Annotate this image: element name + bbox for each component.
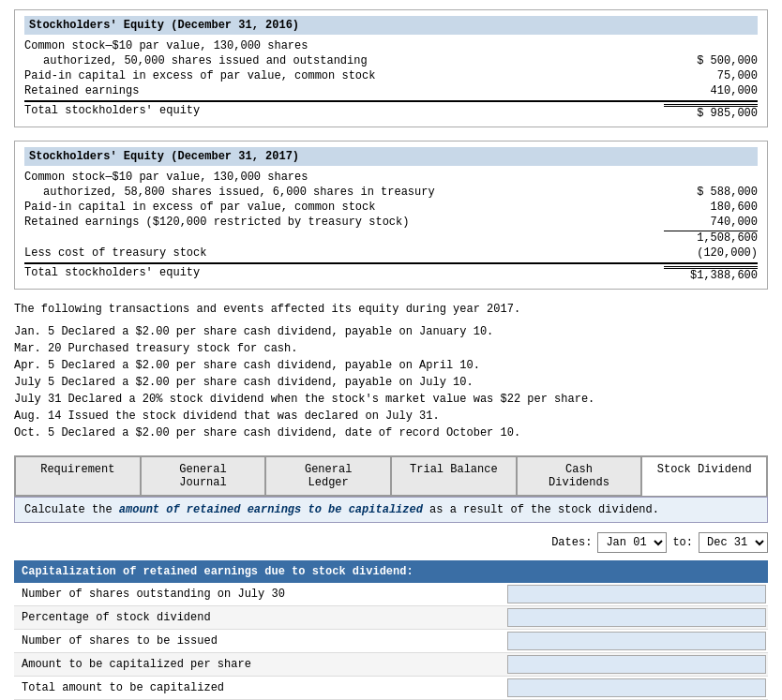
equity-amount: $ 588,000 [664, 186, 758, 199]
equity-amount: 180,600 [664, 201, 758, 214]
table-row: Number of shares outstanding on July 30 [14, 583, 768, 606]
instruction-text-before: Calculate the [24, 503, 119, 516]
equity-label: Common stock—$10 par value, 130,000 shar… [24, 171, 664, 184]
cap-row-label: Total amount to be capitalized [14, 677, 505, 700]
date-to-select[interactable]: Dec 31 [699, 532, 768, 553]
cap-input-percentage[interactable] [507, 608, 766, 627]
equity-2016-block: Stockholders' Equity (December 31, 2016)… [14, 9, 768, 127]
cap-input-shares-outstanding[interactable] [507, 585, 766, 603]
instruction-text-after: as a result of the stock dividend. [429, 503, 659, 516]
cap-table: Capitalization of retained earnings due … [14, 560, 768, 700]
equity-label: Common stock—$10 par value, 130,000 shar… [24, 39, 664, 52]
equity-2017-header: Stockholders' Equity (December 31, 2017) [24, 147, 758, 166]
instruction-bar: Calculate the amount of retained earning… [14, 497, 768, 523]
equity-row: Retained earnings 410,000 [24, 83, 758, 98]
equity-label: Retained earnings [24, 84, 664, 97]
equity-label: Paid-in capital in excess of par value, … [24, 69, 664, 82]
equity-row: 1,508,600 [24, 230, 758, 246]
equity-row: Retained earnings ($120,000 restricted b… [24, 215, 758, 230]
cap-table-header: Capitalization of retained earnings due … [14, 560, 768, 583]
cap-row-label: Amount to be capitalized per share [14, 653, 505, 677]
equity-total-label: Total stockholders' equity [24, 266, 664, 282]
equity-amount: (120,000) [664, 246, 758, 260]
equity-2017-block: Stockholders' Equity (December 31, 2017)… [14, 141, 768, 290]
equity-label: Retained earnings ($120,000 restricted b… [24, 216, 664, 229]
cap-input-shares-issued[interactable] [507, 632, 766, 650]
tab-trial-balance[interactable]: Trial Balance [391, 456, 517, 496]
transactions-intro: The following transactions and events af… [14, 303, 768, 316]
equity-label: authorized, 50,000 shares issued and out… [24, 54, 664, 67]
cap-row-label: Number of shares to be issued [14, 630, 505, 653]
equity-row: authorized, 50,000 shares issued and out… [24, 53, 758, 68]
dates-to-label: to: [672, 536, 693, 549]
tab-general-ledger[interactable]: GeneralLedger [265, 456, 391, 496]
tab-stock-dividend[interactable]: Stock Dividend [641, 456, 767, 496]
date-from-select[interactable]: Jan 01 [597, 532, 667, 553]
tab-general-journal[interactable]: GeneralJournal [141, 456, 266, 496]
equity-total-row: Total stockholders' equity $ 985,000 [24, 100, 758, 121]
transaction-item: July 31 Declared a 20% stock dividend wh… [14, 391, 768, 408]
table-row: Total amount to be capitalized [14, 677, 768, 700]
cap-input-total-amount[interactable] [507, 678, 766, 697]
equity-total-row: Total stockholders' equity $1,388,600 [24, 262, 758, 283]
instruction-emphasis: amount of retained earnings to be capita… [119, 503, 423, 516]
dates-label: Dates: [551, 536, 592, 549]
equity-total-label: Total stockholders' equity [24, 104, 664, 120]
transaction-item: Jan. 5 Declared a $2.00 per share cash d… [14, 323, 768, 340]
tab-requirement[interactable]: Requirement [15, 456, 141, 496]
dates-row: Dates: Jan 01 to: Dec 31 [14, 532, 768, 553]
transaction-item: Oct. 5 Declared a $2.00 per share cash d… [14, 424, 768, 441]
equity-amount: 740,000 [664, 216, 758, 229]
transactions-list: Jan. 5 Declared a $2.00 per share cash d… [14, 323, 768, 441]
equity-row: Common stock—$10 par value, 130,000 shar… [24, 38, 758, 53]
table-row: Number of shares to be issued [14, 630, 768, 653]
cap-row-input-cell [505, 653, 768, 677]
equity-total-amount: $1,388,600 [664, 266, 758, 282]
table-row: Amount to be capitalized per share [14, 653, 768, 677]
equity-label: Less cost of treasury stock [24, 246, 664, 260]
equity-amount: 1,508,600 [664, 231, 758, 245]
equity-amount: 410,000 [664, 84, 758, 97]
tabs-container: Requirement GeneralJournal GeneralLedger… [14, 455, 768, 497]
equity-row: Paid-in capital in excess of par value, … [24, 200, 758, 215]
cap-row-input-cell [505, 677, 768, 700]
cap-table-header-row: Capitalization of retained earnings due … [14, 560, 768, 583]
equity-2016-header: Stockholders' Equity (December 31, 2016) [24, 16, 758, 35]
cap-row-input-cell [505, 630, 768, 653]
table-row: Percentage of stock dividend [14, 606, 768, 630]
equity-label [24, 231, 664, 245]
cap-row-label: Number of shares outstanding on July 30 [14, 583, 505, 606]
equity-row: Paid-in capital in excess of par value, … [24, 68, 758, 83]
transaction-item: Mar. 20 Purchased treasury stock for cas… [14, 340, 768, 357]
cap-row-input-cell [505, 583, 768, 606]
equity-row: Less cost of treasury stock (120,000) [24, 246, 758, 261]
transaction-item: Aug. 14 Issued the stock dividend that w… [14, 408, 768, 424]
tab-cash-dividends[interactable]: CashDividends [517, 456, 642, 496]
cap-row-label: Percentage of stock dividend [14, 606, 505, 630]
equity-amount [664, 171, 758, 184]
transaction-item: July 5 Declared a $2.00 per share cash d… [14, 374, 768, 391]
equity-amount [664, 39, 758, 52]
equity-row: Common stock—$10 par value, 130,000 shar… [24, 170, 758, 185]
equity-label: Paid-in capital in excess of par value, … [24, 201, 664, 214]
equity-total-amount: $ 985,000 [664, 104, 758, 120]
cap-input-amount-per-share[interactable] [507, 655, 766, 674]
cap-row-input-cell [505, 606, 768, 630]
equity-amount: $ 500,000 [664, 54, 758, 67]
equity-amount: 75,000 [664, 69, 758, 82]
equity-row: authorized, 58,800 shares issued, 6,000 … [24, 185, 758, 200]
transaction-item: Apr. 5 Declared a $2.00 per share cash d… [14, 357, 768, 374]
equity-label: authorized, 58,800 shares issued, 6,000 … [24, 186, 664, 199]
